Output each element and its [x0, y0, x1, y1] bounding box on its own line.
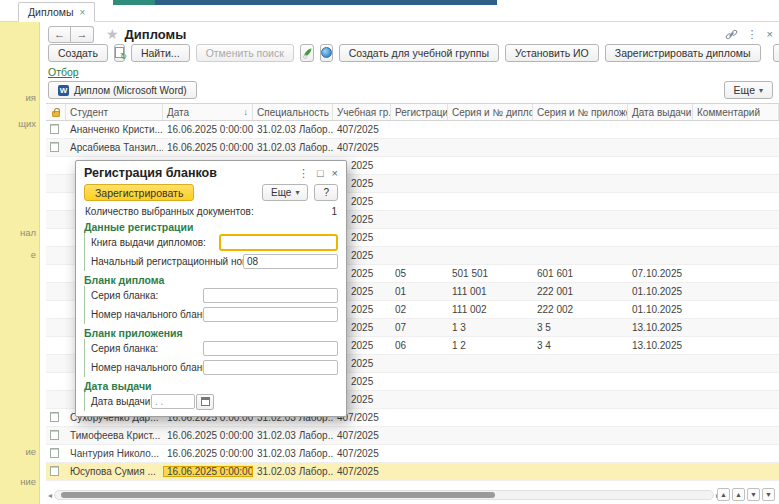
filter-link[interactable]: Отбор — [48, 66, 79, 78]
appendix-series-field[interactable] — [203, 341, 338, 356]
record-nav-buttons: ▲ ▲ ▼ ▼ — [717, 488, 775, 501]
table-row[interactable]: Юсупова Сумия ... 16.06.2025 0:00:00 31.… — [46, 463, 779, 481]
diploma-start-number-field[interactable] — [203, 307, 338, 322]
create-for-group-button[interactable]: Создать для учебной группы — [339, 44, 499, 62]
left-sidebar: ия щих нал е ие ние — [0, 22, 40, 504]
go-down-button[interactable]: ▼ — [747, 488, 760, 501]
copy-document-icon — [115, 47, 124, 58]
table-row[interactable]: Ананченко Кристи... 16.06.2025 0:00:00 3… — [46, 121, 779, 139]
cell-student: Чантурия Николо... — [66, 448, 163, 459]
top-strip-blue — [155, 0, 497, 5]
sort-descending-icon: ↓ — [244, 107, 249, 117]
cell-group: 407/2025 — [333, 448, 391, 459]
cancel-search-button[interactable]: Отменить поиск — [196, 44, 294, 62]
dialog-maximize-icon[interactable]: □ — [317, 167, 324, 180]
hscrollbar-thumb[interactable] — [61, 492, 495, 498]
dialog-help-button[interactable]: ? — [314, 184, 338, 201]
sidebar-item-fragment[interactable]: щих — [18, 118, 36, 129]
column-header-date[interactable]: Дата ↓ — [163, 104, 253, 120]
issue-date-label: Дата выдачи: — [91, 396, 151, 407]
top-strip-green — [113, 0, 155, 5]
cell-group: 407/2025 — [333, 430, 391, 441]
dialog-menu-icon[interactable]: ⋮ — [298, 167, 309, 180]
go-first-button[interactable]: ▲ — [717, 488, 730, 501]
create-button[interactable]: Создать — [48, 44, 108, 62]
set-io-button[interactable]: Установить ИО — [505, 44, 599, 62]
cell-group: 407/2025 — [333, 466, 391, 477]
cell-student: Тимофеева Крист... — [66, 430, 163, 441]
forward-icon: → — [77, 28, 88, 40]
table-row[interactable]: Арсабиева Танзил... 16.06.2025 0:00:00 3… — [46, 139, 779, 157]
globe-icon — [321, 47, 332, 58]
dialog-close-icon[interactable]: × — [332, 167, 338, 180]
sidebar-item-fragment[interactable]: е — [31, 249, 36, 260]
link-icon[interactable] — [725, 28, 738, 41]
cell-appendix-series: 3 4 — [533, 340, 628, 351]
sidebar-item-fragment[interactable]: нал — [20, 227, 36, 238]
document-icon — [50, 124, 59, 134]
issue-date-field[interactable] — [151, 394, 195, 409]
column-header-comment[interactable]: Комментарий — [693, 104, 779, 120]
favorite-star-icon[interactable]: ★ — [106, 26, 119, 42]
cell-issue-date: 01.10.2025 — [628, 286, 693, 297]
lock-column-header[interactable] — [46, 104, 66, 120]
register-button[interactable]: Зарегистрировать — [84, 184, 194, 201]
document-icon — [50, 466, 59, 476]
dialog-more-button[interactable]: Еще ▾ — [262, 184, 308, 201]
column-header-student[interactable]: Студент — [66, 104, 163, 120]
window-close-icon[interactable]: × — [767, 28, 773, 40]
cell-appendix-series: 222 001 — [533, 286, 628, 297]
diploma-series-label: Серия бланка: — [91, 290, 203, 301]
table-row[interactable]: Чантурия Николо... 16.06.2025 0:00:00 31… — [46, 445, 779, 463]
tab-diplomas[interactable]: Дипломы × — [18, 2, 95, 22]
column-header-appendix-series[interactable]: Серия и № приложения — [533, 104, 628, 120]
start-number-field[interactable] — [243, 254, 338, 269]
sidebar-item-fragment[interactable]: ие — [25, 446, 36, 457]
sidebar-item-fragment[interactable]: ия — [26, 92, 36, 103]
find-button[interactable]: Найти... — [131, 44, 190, 62]
column-header-issue-date[interactable]: Дата выдачи — [628, 104, 693, 120]
tab-close-icon[interactable]: × — [80, 7, 86, 18]
tab-bar: Дипломы × — [0, 0, 779, 22]
cell-student: Юсупова Сумия ... — [66, 466, 163, 477]
section-header-issue-date: Дата выдачи — [76, 377, 346, 391]
dialog-more-label: Еще — [271, 187, 291, 198]
hscrollbar-track[interactable] — [54, 490, 714, 500]
scroll-left-icon[interactable]: ◂ — [46, 491, 54, 500]
cell-appendix-series: 3 5 — [533, 322, 628, 333]
dialog-command-bar: Зарегистрировать Еще ▾ ? — [76, 181, 346, 203]
calendar-button[interactable] — [196, 394, 214, 410]
cell-date: 16.06.2025 0:00:00 — [163, 430, 253, 441]
tab-label: Дипломы — [28, 6, 74, 18]
column-header-speciality[interactable]: Специальность — [253, 104, 333, 120]
section-diploma-blank: Серия бланка: Номер начального бланка: — [84, 286, 338, 324]
column-header-diploma-series[interactable]: Серия и № диплома — [448, 104, 533, 120]
cell-speciality: 31.02.03 Лабор... — [253, 124, 333, 135]
filter-more-button[interactable]: Еще ▾ — [724, 81, 773, 99]
create-copy-button[interactable] — [114, 44, 125, 62]
window-menu-icon[interactable]: ⋮ — [747, 28, 758, 41]
forward-button[interactable]: → — [71, 26, 94, 43]
back-button[interactable]: ← — [48, 26, 71, 43]
sign-button[interactable] — [300, 44, 314, 62]
column-header-registration[interactable]: Регистрацио... — [391, 104, 448, 120]
more-button[interactable]: Еще ▾ — [773, 44, 779, 62]
go-last-button[interactable]: ▼ — [762, 488, 775, 501]
register-diplomas-button[interactable]: Зарегистрировать дипломы — [605, 44, 761, 62]
cell-issue-date: 07.10.2025 — [628, 268, 693, 279]
list-toolbar: Создать Найти... Отменить поиск Создать … — [48, 43, 773, 62]
quill-icon — [301, 47, 313, 59]
go-up-button[interactable]: ▲ — [732, 488, 745, 501]
diploma-series-field[interactable] — [203, 288, 338, 303]
column-header-group[interactable]: Учебная гр... — [333, 104, 391, 120]
sidebar-item-fragment[interactable]: ние — [20, 476, 36, 487]
table-row[interactable]: Тимофеева Крист... 16.06.2025 0:00:00 31… — [46, 427, 779, 445]
cell-registration: 02 — [391, 304, 448, 315]
book-field[interactable] — [219, 234, 338, 251]
section-header-appendix-blank: Бланк приложения — [76, 324, 346, 338]
filter-chip-diplom-word[interactable]: W Диплом (Microsoft Word) — [48, 81, 197, 99]
chevron-down-icon: ▾ — [759, 86, 763, 95]
appendix-start-number-field[interactable] — [203, 360, 338, 375]
cell-diploma-series: 1 3 — [448, 322, 533, 333]
web-button[interactable] — [320, 44, 333, 62]
